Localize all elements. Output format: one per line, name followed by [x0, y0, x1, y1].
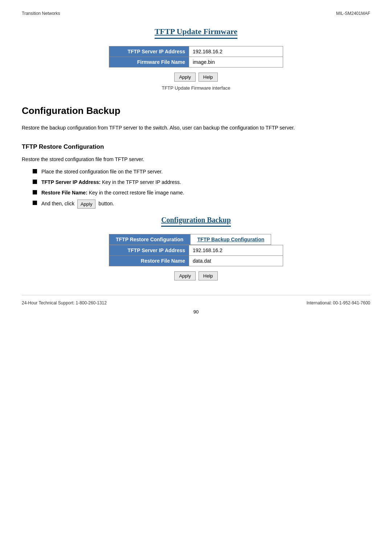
- bullet-icon: [33, 180, 37, 184]
- ip-address-value-cell[interactable]: [189, 46, 283, 57]
- bullet-icon: [33, 201, 37, 205]
- bullet-text-2: TFTP Server IP Address: Key in the TFTP …: [41, 178, 181, 186]
- restore-ip-input[interactable]: [193, 247, 279, 253]
- tftp-firmware-help-button[interactable]: Help: [199, 73, 218, 82]
- bullet-text-4: And then, click Apply button.: [41, 200, 114, 209]
- restore-ip-label: TFTP Server IP Address: [109, 245, 189, 256]
- firmware-file-input[interactable]: [193, 59, 279, 65]
- list-item: And then, click Apply button.: [33, 200, 370, 209]
- tab-backup-config[interactable]: TFTP Backup Configuration: [190, 234, 271, 245]
- config-backup-description: Restore the backup configuration from TF…: [22, 124, 370, 132]
- ip-address-row: TFTP Server IP Address: [109, 46, 283, 57]
- restore-file-row: Restore File Name: [109, 256, 283, 266]
- tftp-restore-subtitle: TFTP Restore Configuration: [22, 143, 370, 151]
- ip-address-label: TFTP Server IP Address: [109, 46, 189, 57]
- restore-config-form: TFTP Server IP Address Restore File Name: [109, 245, 283, 266]
- config-backup-section: Configuration Backup Restore the backup …: [22, 105, 370, 280]
- footer-support-right: International: 00-1-952-941-7600: [307, 300, 370, 305]
- bullet-text-1: Place the stored configuration file on t…: [41, 168, 163, 176]
- bullet-icon: [33, 169, 37, 173]
- page-number: 90: [22, 309, 370, 315]
- tftp-restore-description: Restore the stored configuration file fr…: [22, 156, 370, 162]
- inline-apply-button[interactable]: Apply: [77, 200, 96, 209]
- bullet-text-3: Restore File Name: Key in the correct re…: [41, 189, 184, 197]
- firmware-file-row: Firmware File Name: [109, 57, 283, 67]
- tftp-firmware-apply-button[interactable]: Apply: [174, 73, 196, 82]
- footer: 24-Hour Technical Support: 1-800-260-131…: [22, 295, 370, 305]
- tftp-update-section: TFTP Update Firmware TFTP Server IP Addr…: [22, 27, 370, 91]
- firmware-file-label: Firmware File Name: [109, 57, 189, 67]
- list-item: TFTP Server IP Address: Key in the TFTP …: [33, 178, 370, 186]
- config-backup-widget: Configuration Backup TFTP Restore Config…: [22, 216, 370, 280]
- restore-file-input[interactable]: [193, 258, 279, 264]
- config-backup-apply-button[interactable]: Apply: [174, 271, 196, 280]
- top-bar: Transition Networks MIL-SM2401MAF: [22, 11, 370, 16]
- config-backup-help-button[interactable]: Help: [199, 271, 218, 280]
- ip-address-input[interactable]: [193, 49, 279, 54]
- config-backup-button-row: Apply Help: [22, 271, 370, 280]
- company-name: Transition Networks: [22, 11, 60, 16]
- footer-support-left: 24-Hour Technical Support: 1-800-260-131…: [22, 300, 107, 305]
- tftp-firmware-title: TFTP Update Firmware: [155, 27, 237, 39]
- config-backup-title: Configuration Backup: [22, 105, 370, 116]
- model-number: MIL-SM2401MAF: [336, 11, 370, 16]
- config-backup-tabs: TFTP Restore Configuration TFTP Backup C…: [109, 234, 283, 245]
- restore-file-label: Restore File Name: [109, 256, 189, 266]
- firmware-file-value-cell[interactable]: [189, 57, 283, 67]
- config-backup-widget-title: Configuration Backup: [161, 216, 231, 227]
- list-item: Place the stored configuration file on t…: [33, 168, 370, 176]
- list-item: Restore File Name: Key in the correct re…: [33, 189, 370, 197]
- restore-file-value-cell[interactable]: [189, 256, 283, 266]
- restore-ip-value-cell[interactable]: [189, 245, 283, 256]
- bullet-icon: [33, 190, 37, 194]
- tftp-firmware-form: TFTP Server IP Address Firmware File Nam…: [109, 46, 283, 67]
- tftp-firmware-button-row: Apply Help: [22, 73, 370, 82]
- restore-ip-row: TFTP Server IP Address: [109, 245, 283, 256]
- tab-restore-config[interactable]: TFTP Restore Configuration: [109, 234, 190, 245]
- tftp-firmware-caption: TFTP Update Firmware interface: [22, 85, 370, 91]
- restore-bullet-list: Place the stored configuration file on t…: [22, 168, 370, 209]
